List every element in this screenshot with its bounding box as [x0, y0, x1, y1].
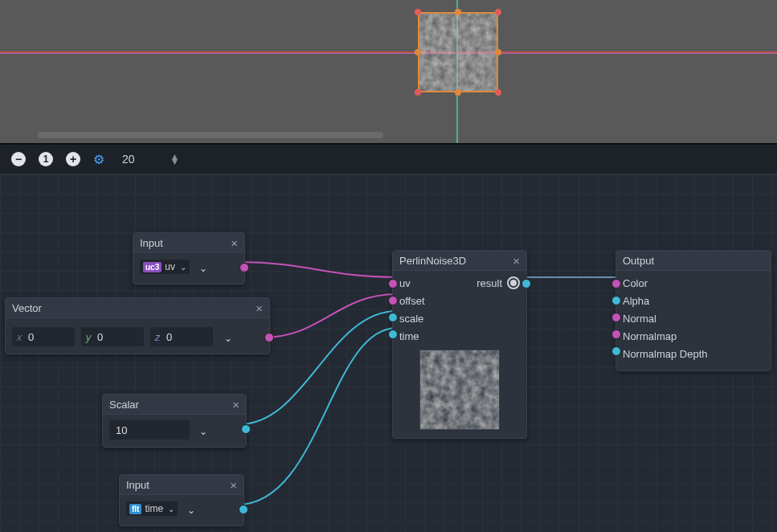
- collapse-icon[interactable]: ⌄: [199, 426, 207, 437]
- input-port-offset[interactable]: [388, 296, 398, 305]
- node-title: Input: [126, 479, 149, 491]
- preview-toggle-icon[interactable]: [507, 276, 520, 289]
- viewport-scrollbar-h[interactable]: [38, 132, 383, 138]
- input-label-scale: scale: [399, 313, 423, 325]
- output-row-color: Color: [623, 277, 648, 289]
- input-select[interactable]: uc3 uv ⌄: [140, 260, 190, 274]
- node-vector[interactable]: Vector × x y z ⌄: [5, 297, 270, 354]
- resize-handle-tl[interactable]: [415, 9, 421, 15]
- output-port-result[interactable]: [521, 279, 531, 289]
- x-prefix: x: [12, 331, 27, 343]
- close-icon[interactable]: ×: [230, 478, 237, 492]
- node-title: PerlinNoise3D: [399, 255, 466, 267]
- close-icon[interactable]: ×: [513, 254, 520, 268]
- input-port-normal[interactable]: [611, 313, 621, 322]
- input-label-offset: offset: [399, 295, 425, 307]
- y-prefix: y: [81, 331, 96, 343]
- resize-handle-r[interactable]: [495, 49, 501, 55]
- zoom-in-button[interactable]: +: [66, 152, 80, 166]
- resize-handle-t[interactable]: [455, 9, 461, 15]
- zoom-stepper[interactable]: ▲▼: [170, 154, 180, 164]
- type-tag-uc3: uc3: [143, 262, 162, 272]
- input-label: uv: [165, 261, 175, 272]
- resize-handle-bl[interactable]: [415, 89, 421, 96]
- input-label-uv: uv: [399, 277, 411, 289]
- output-row-normalmap: Normalmap: [623, 330, 677, 342]
- node-scalar[interactable]: Scalar × ⌄: [102, 394, 247, 448]
- input-port-normalmap[interactable]: [611, 329, 621, 339]
- output-row-nmdepth: Normalmap Depth: [623, 348, 708, 360]
- graph-zoom-toolbar: − 1 + ⚙ 20 ▲▼: [0, 143, 777, 174]
- close-icon[interactable]: ×: [256, 301, 263, 315]
- node-title: Scalar: [109, 399, 139, 411]
- vector-z-input[interactable]: [165, 331, 205, 343]
- input-select[interactable]: flt time ⌄: [126, 501, 178, 516]
- chevron-down-icon: ⌄: [180, 263, 186, 272]
- node-output[interactable]: Output Color Alpha Normal Normalmap Norm…: [615, 250, 771, 371]
- input-port-scale[interactable]: [388, 313, 398, 322]
- z-prefix: z: [150, 331, 165, 343]
- zoom-reset-button[interactable]: 1: [39, 152, 53, 166]
- scalar-input[interactable]: [109, 424, 190, 436]
- noise-preview: [419, 350, 500, 430]
- output-row-alpha: Alpha: [623, 295, 649, 307]
- horizontal-guide-purple: [0, 53, 777, 54]
- output-port-vector[interactable]: [264, 333, 274, 342]
- collapse-icon[interactable]: ⌄: [199, 263, 207, 274]
- node-title: Vector: [12, 302, 42, 314]
- resize-handle-l[interactable]: [415, 49, 421, 55]
- input-port-nmdepth[interactable]: [611, 346, 621, 356]
- collapse-icon[interactable]: ⌄: [224, 333, 232, 344]
- input-port-time[interactable]: [388, 329, 398, 339]
- resize-handle-tr[interactable]: [495, 9, 501, 15]
- output-label-result: result: [476, 277, 502, 289]
- type-tag-flt: flt: [129, 504, 141, 514]
- vector-z-field[interactable]: z: [150, 327, 213, 346]
- vector-x-field[interactable]: x: [12, 327, 75, 346]
- graph-settings-icon[interactable]: ⚙: [93, 152, 104, 167]
- scalar-field[interactable]: [109, 420, 190, 440]
- input-port-color[interactable]: [611, 279, 621, 289]
- close-icon[interactable]: ×: [232, 398, 239, 411]
- input-label: time: [145, 503, 163, 514]
- output-port-time[interactable]: [239, 505, 248, 514]
- node-perlin-noise-3d[interactable]: PerlinNoise3D × uv result offset scale t…: [392, 250, 527, 439]
- input-port-uv[interactable]: [388, 279, 398, 289]
- resize-handle-b[interactable]: [455, 89, 461, 96]
- vector-y-input[interactable]: [96, 331, 136, 343]
- output-port-uv[interactable]: [239, 263, 249, 272]
- input-label-time: time: [399, 330, 419, 342]
- node-title: Output: [623, 255, 654, 267]
- zoom-out-button[interactable]: −: [11, 152, 26, 166]
- selected-sprite[interactable]: [418, 12, 498, 92]
- output-row-normal: Normal: [623, 313, 656, 325]
- vector-x-input[interactable]: [27, 331, 67, 343]
- collapse-icon[interactable]: ⌄: [187, 505, 195, 516]
- zoom-level-value[interactable]: 20: [122, 153, 135, 166]
- resize-handle-br[interactable]: [495, 89, 501, 96]
- node-title: Input: [140, 237, 163, 249]
- shader-graph-canvas[interactable]: Input × uc3 uv ⌄ ⌄ Vector × x: [0, 174, 777, 532]
- output-port-scalar[interactable]: [241, 424, 251, 434]
- vector-y-field[interactable]: y: [81, 327, 144, 346]
- input-port-alpha[interactable]: [611, 296, 621, 305]
- node-input-time[interactable]: Input × flt time ⌄ ⌄: [119, 474, 244, 526]
- canvas-viewport[interactable]: [0, 0, 777, 143]
- node-input-uv[interactable]: Input × uc3 uv ⌄ ⌄: [133, 232, 245, 284]
- close-icon[interactable]: ×: [231, 236, 238, 250]
- chevron-down-icon: ⌄: [168, 505, 174, 514]
